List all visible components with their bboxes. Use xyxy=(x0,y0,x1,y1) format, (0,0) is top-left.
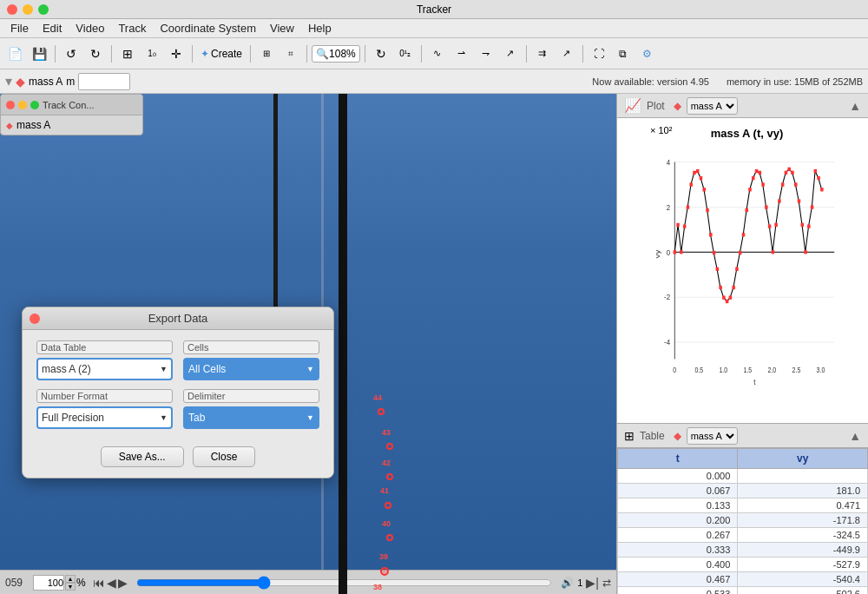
zoom-input[interactable] xyxy=(33,575,64,591)
extra-button[interactable]: ⚙ xyxy=(636,43,659,65)
menu-track[interactable]: Track xyxy=(111,20,153,36)
vector-button[interactable]: ⇉ xyxy=(531,43,554,65)
menu-file[interactable]: File xyxy=(3,20,36,36)
zoom-spinner: ▲ ▼ xyxy=(65,575,76,591)
minimize-button[interactable] xyxy=(23,4,33,15)
go-start-button[interactable]: ⏮ xyxy=(93,576,105,590)
col-t-header: t xyxy=(618,449,738,469)
table-scroll-up[interactable]: ▲ xyxy=(849,429,861,443)
undo-button[interactable]: ↺ xyxy=(60,43,82,65)
axes-button[interactable]: ✛ xyxy=(165,43,187,65)
chart-point xyxy=(696,169,700,173)
track-con-max[interactable] xyxy=(30,101,39,109)
table-scroll[interactable]: t vy 0.0000.067181.00.1330.4710.200-171.… xyxy=(617,448,868,594)
close-button[interactable]: Close xyxy=(193,446,256,467)
track-con-body: ◆ mass A xyxy=(1,116,142,135)
refresh-button[interactable]: ↻ xyxy=(370,43,392,65)
save-button[interactable]: 💾 xyxy=(28,43,50,65)
track-con-close[interactable] xyxy=(6,101,15,109)
chart-point xyxy=(774,223,778,227)
export-dialog-title-text: Export Data xyxy=(148,312,208,325)
plot-diamond-icon: ◆ xyxy=(674,100,681,112)
chart-point xyxy=(811,205,814,208)
new-button[interactable]: 📄 xyxy=(3,43,26,65)
chart-point xyxy=(759,171,762,175)
table-row: 0.267-324.5 xyxy=(618,528,868,543)
cell-vy: -527.9 xyxy=(738,558,868,572)
table-button[interactable]: ⊞ xyxy=(116,43,139,65)
arrow3-button[interactable]: ↗ xyxy=(499,43,522,65)
table-mass-select[interactable]: mass A xyxy=(687,427,738,445)
menu-video[interactable]: Video xyxy=(69,20,111,36)
delimiter-select[interactable]: Tab xyxy=(183,406,319,429)
track-mass-value[interactable]: 1.000 xyxy=(78,73,130,90)
table-header: ⊞ Table ◆ mass A ▲ xyxy=(617,424,868,448)
table-label: Table xyxy=(640,430,665,442)
menu-edit[interactable]: Edit xyxy=(36,20,69,36)
plot-mass-select[interactable]: mass A xyxy=(687,97,738,115)
detach-button[interactable]: ⧉ xyxy=(612,43,635,65)
step-forward-button[interactable]: ▶| xyxy=(586,576,599,590)
chart-point xyxy=(798,199,801,202)
chart-point xyxy=(804,250,807,254)
vector2-button[interactable]: ↗ xyxy=(556,43,578,65)
svg-text:0.5: 0.5 xyxy=(694,366,703,374)
cell-t: 0.400 xyxy=(618,558,738,572)
export-dialog-close[interactable] xyxy=(30,314,40,324)
loop-button[interactable]: ⇄ xyxy=(602,577,611,589)
table-row: 0.067181.0 xyxy=(618,484,868,498)
step-back-button[interactable]: ◀ xyxy=(107,576,116,590)
delimiter-label: Delimiter xyxy=(183,389,319,403)
chart-point xyxy=(719,286,722,289)
menu-coordinate-system[interactable]: Coordinate System xyxy=(153,20,263,36)
chart-point xyxy=(772,250,775,254)
fullscreen-button[interactable]: ⛶ xyxy=(588,43,610,65)
chart-x102-label: × 10² xyxy=(650,125,672,135)
chart-point xyxy=(703,188,707,191)
chart-point xyxy=(742,233,746,236)
export-dialog: Export Data Data Table mass A (2) Cells xyxy=(22,307,334,478)
table-row: 0.000 xyxy=(618,469,868,484)
redo-button[interactable]: ↻ xyxy=(84,43,107,65)
track-label-42: 42 xyxy=(382,459,391,467)
cells-select[interactable]: All Cells xyxy=(183,358,319,380)
calib-button[interactable]: ⊞ xyxy=(255,43,278,65)
play-button[interactable]: ▶ xyxy=(118,576,128,590)
plot-scroll-up[interactable]: ▲ xyxy=(849,99,861,113)
menu-help[interactable]: Help xyxy=(301,20,339,36)
number-format-select[interactable]: Full Precision xyxy=(36,406,173,429)
create-button[interactable]: ✦ Create xyxy=(197,46,246,62)
maximize-button[interactable] xyxy=(38,4,49,15)
zoom-up[interactable]: ▲ xyxy=(65,575,76,583)
track-point-5 xyxy=(386,534,393,541)
zoom-down[interactable]: ▼ xyxy=(65,583,76,591)
close-button[interactable] xyxy=(7,4,17,15)
menu-bar: File Edit Video Track Coordinate System … xyxy=(0,19,868,38)
cell-vy: 0.471 xyxy=(738,498,868,513)
save-as-button[interactable]: Save As... xyxy=(101,446,184,467)
perspective-button[interactable]: ⌗ xyxy=(279,43,302,65)
num-format-button[interactable]: 1₀ xyxy=(141,43,163,65)
chart-point xyxy=(791,171,794,175)
arrow1-button[interactable]: ⇀ xyxy=(450,43,473,65)
plot-chart-icon[interactable]: 📈 xyxy=(624,97,641,114)
title-bar: Tracker xyxy=(0,0,868,19)
memory-status: memory in use: 15MB of 252MB xyxy=(727,76,863,87)
cells-group: Cells All Cells xyxy=(183,340,319,380)
track-dropdown-arrow[interactable]: ▾ xyxy=(5,73,12,89)
audio-button[interactable]: 🔊 xyxy=(561,577,574,589)
trail-button[interactable]: ∿ xyxy=(426,43,449,65)
step-button[interactable]: 0¹₂ xyxy=(394,43,417,65)
cell-vy: 181.0 xyxy=(738,484,868,498)
svg-text:1.5: 1.5 xyxy=(744,366,753,374)
arrow2-button[interactable]: ⇁ xyxy=(475,43,497,65)
svg-text:0: 0 xyxy=(673,366,676,374)
track-diamond-icon: ◆ xyxy=(16,75,25,89)
chart-point xyxy=(748,188,752,191)
plot-label: Plot xyxy=(647,100,665,112)
track-con-min[interactable] xyxy=(18,101,27,109)
chart-point xyxy=(794,182,798,186)
data-table-select[interactable]: mass A (2) xyxy=(36,358,173,380)
menu-view[interactable]: View xyxy=(263,20,301,36)
number-format-group: Number Format Full Precision xyxy=(36,389,173,429)
